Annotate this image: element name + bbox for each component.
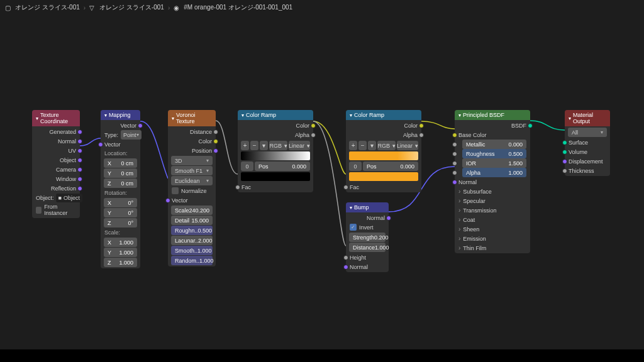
socket-displacement[interactable]: Displacement bbox=[565, 156, 610, 166]
alpha-field[interactable]: Alpha1.000 bbox=[462, 168, 526, 177]
smoothness-field[interactable]: Smooth..1.000 bbox=[171, 246, 213, 255]
subsurface-expand[interactable]: Subsurface bbox=[455, 187, 530, 196]
dimensions-dropdown[interactable]: 3D bbox=[171, 156, 213, 165]
socket-reflection[interactable]: Reflection bbox=[32, 184, 80, 193]
add-stop-button[interactable]: + bbox=[241, 141, 249, 150]
lacunarity-field[interactable]: Lacunar..2.000 bbox=[171, 236, 213, 245]
node-voronoi-texture[interactable]: ▾Voronoi Texture Distance Color Position… bbox=[168, 110, 216, 266]
invert-checkbox[interactable]: ✓Invert bbox=[346, 222, 389, 232]
flip-ramp-button[interactable]: ▾ bbox=[368, 141, 376, 150]
ior-field[interactable]: IOR1.500 bbox=[462, 158, 526, 168]
socket-uv[interactable]: UV bbox=[32, 146, 80, 155]
socket-volume[interactable]: Volume bbox=[565, 147, 610, 156]
socket-normal[interactable]: Normal bbox=[455, 177, 530, 187]
node-header[interactable]: ▾Mapping bbox=[101, 110, 140, 120]
node-bump[interactable]: ▾Bump Normal ✓Invert Strength0.200 Dista… bbox=[346, 202, 389, 272]
remove-stop-button[interactable]: − bbox=[250, 141, 258, 150]
node-header[interactable]: ▾Voronoi Texture bbox=[168, 110, 216, 126]
breadcrumb-object[interactable]: オレンジ スライス-001 bbox=[15, 3, 80, 12]
location-y[interactable]: Y0 cm bbox=[104, 168, 137, 178]
scale-x[interactable]: X1.000 bbox=[104, 238, 137, 247]
coat-expand[interactable]: Coat bbox=[455, 215, 530, 224]
target-dropdown[interactable]: All bbox=[568, 128, 607, 137]
metric-dropdown[interactable]: Euclidean bbox=[171, 176, 213, 185]
roughness-field[interactable]: Roughn..0.500 bbox=[171, 226, 213, 235]
socket-normal[interactable]: Normal bbox=[32, 136, 80, 146]
transmission-expand[interactable]: Transmission bbox=[455, 206, 530, 215]
rotation-z[interactable]: Z0° bbox=[104, 218, 137, 228]
normalize-checkbox[interactable]: Normalize bbox=[168, 186, 216, 195]
socket-alpha[interactable]: Alpha bbox=[238, 130, 313, 140]
stop-position[interactable]: Pos0.000 bbox=[363, 162, 418, 171]
color-mode-dropdown[interactable]: RGB ▾ bbox=[377, 141, 396, 150]
roughness-field[interactable]: Roughness0.500 bbox=[462, 149, 526, 158]
socket-thickness[interactable]: Thickness bbox=[565, 166, 610, 175]
ramp-gradient[interactable] bbox=[349, 151, 418, 160]
stop-position[interactable]: Pos0.000 bbox=[255, 162, 310, 171]
scale-z[interactable]: Z1.000 bbox=[104, 258, 137, 267]
socket-fac[interactable]: Fac bbox=[238, 182, 313, 192]
specular-expand[interactable]: Specular bbox=[455, 196, 530, 206]
node-canvas[interactable]: ▾Texture Coordinate Generated Normal UV … bbox=[0, 15, 644, 362]
rotation-y[interactable]: Y0° bbox=[104, 208, 137, 217]
socket-camera[interactable]: Camera bbox=[32, 165, 80, 174]
socket-normal-in[interactable]: Normal bbox=[346, 262, 389, 272]
breadcrumb-mesh[interactable]: オレンジ スライス-001 bbox=[99, 3, 164, 12]
ramp-gradient[interactable] bbox=[241, 151, 310, 160]
node-texture-coordinate[interactable]: ▾Texture Coordinate Generated Normal UV … bbox=[32, 110, 80, 218]
socket-color[interactable]: Color bbox=[168, 136, 216, 146]
socket-alpha[interactable]: Alpha bbox=[346, 130, 421, 140]
strength-field[interactable]: Strength0.200 bbox=[349, 233, 386, 242]
socket-color[interactable]: Color bbox=[238, 121, 313, 130]
node-principled-bsdf[interactable]: ▾Principled BSDF BSDF Base Color Metalli… bbox=[455, 110, 530, 253]
stop-index[interactable]: 0 bbox=[241, 162, 253, 171]
socket-object[interactable]: Object bbox=[32, 155, 80, 165]
flip-ramp-button[interactable]: ▾ bbox=[260, 141, 268, 150]
node-header[interactable]: ▾Color Ramp bbox=[238, 110, 313, 120]
scale-y[interactable]: Y1.000 bbox=[104, 248, 137, 257]
interpolation-dropdown[interactable]: Linear ▾ bbox=[289, 141, 310, 150]
interpolation-dropdown[interactable]: Linear ▾ bbox=[397, 141, 418, 150]
socket-height[interactable]: Height bbox=[346, 253, 389, 262]
node-material-output[interactable]: ▾Material Output All Surface Volume Disp… bbox=[565, 110, 610, 176]
type-dropdown[interactable]: Point bbox=[121, 130, 142, 140]
emission-expand[interactable]: Emission bbox=[455, 234, 530, 243]
node-header[interactable]: ▾Material Output bbox=[565, 110, 610, 126]
rotation-x[interactable]: X0° bbox=[104, 198, 137, 207]
socket-bsdf[interactable]: BSDF bbox=[455, 121, 530, 130]
detail-field[interactable]: Detail15.000 bbox=[171, 216, 213, 225]
socket-generated[interactable]: Generated bbox=[32, 127, 80, 136]
socket-window[interactable]: Window bbox=[32, 174, 80, 184]
socket-distance[interactable]: Distance bbox=[168, 127, 216, 136]
socket-vector-in[interactable]: Vector bbox=[101, 140, 140, 149]
socket-vector[interactable]: Vector bbox=[168, 195, 216, 205]
socket-position[interactable]: Position bbox=[168, 146, 216, 155]
node-header[interactable]: ▾Color Ramp bbox=[346, 110, 421, 120]
node-header[interactable]: ▾Principled BSDF bbox=[455, 110, 530, 120]
color-mode-dropdown[interactable]: RGB ▾ bbox=[269, 141, 287, 150]
scale-field[interactable]: Scale240.200 bbox=[171, 206, 213, 215]
stop-index[interactable]: 0 bbox=[349, 162, 362, 171]
node-color-ramp-2[interactable]: ▾Color Ramp Color Alpha + − ▾ RGB ▾ Line… bbox=[346, 110, 421, 192]
node-header[interactable]: ▾Bump bbox=[346, 202, 389, 212]
object-picker[interactable]: ■ Object bbox=[56, 194, 82, 202]
distance-field[interactable]: Distance1.000 bbox=[349, 243, 386, 252]
feature-dropdown[interactable]: Smooth F1 bbox=[171, 166, 213, 175]
breadcrumb-material[interactable]: #M orange-001 オレンジ-001-001_001 bbox=[184, 3, 292, 12]
from-instancer-checkbox[interactable]: From Instancer bbox=[32, 202, 80, 217]
thinfilm-expand[interactable]: Thin Film bbox=[455, 243, 530, 253]
socket-normal-out[interactable]: Normal bbox=[346, 213, 389, 222]
stop-color-swatch[interactable] bbox=[241, 172, 310, 181]
socket-base-color[interactable]: Base Color bbox=[455, 130, 530, 140]
location-x[interactable]: X0 cm bbox=[104, 158, 137, 168]
socket-color[interactable]: Color bbox=[346, 121, 421, 130]
node-header[interactable]: ▾Texture Coordinate bbox=[32, 110, 80, 126]
stop-color-swatch[interactable] bbox=[349, 172, 418, 181]
node-mapping[interactable]: ▾Mapping Vector Type:Point Vector Locati… bbox=[101, 110, 140, 268]
randomness-field[interactable]: Random..1.000 bbox=[171, 256, 213, 265]
socket-surface[interactable]: Surface bbox=[565, 138, 610, 147]
sheen-expand[interactable]: Sheen bbox=[455, 224, 530, 234]
add-stop-button[interactable]: + bbox=[349, 141, 357, 150]
remove-stop-button[interactable]: − bbox=[358, 141, 367, 150]
node-color-ramp-1[interactable]: ▾Color Ramp Color Alpha + − ▾ RGB ▾ Line… bbox=[238, 110, 313, 192]
